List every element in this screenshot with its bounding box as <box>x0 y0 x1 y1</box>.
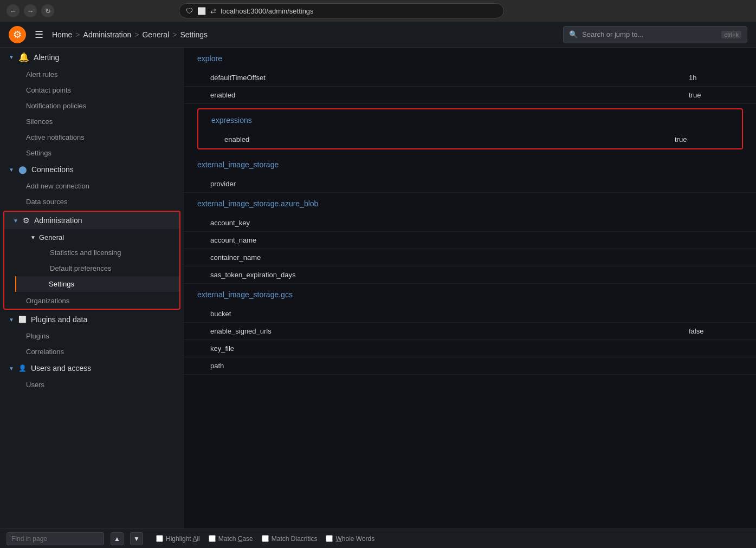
sidebar-item-active-notifications[interactable]: Active notifications <box>0 129 184 145</box>
sidebar-section-plugins-and-data[interactable]: ▼ ⬜ Plugins and data <box>0 311 184 328</box>
connections-items: Add new connection Data sources <box>0 178 184 210</box>
find-prev-button[interactable]: ▲ <box>111 532 124 545</box>
content-area: explore defaultTimeOffset 1h enabled tru… <box>184 48 756 529</box>
row-expressions-enabled: enabled true <box>198 131 742 148</box>
administration-icon: ⚙ <box>23 216 30 225</box>
breadcrumb-general[interactable]: General <box>142 30 169 39</box>
sidebar-section-alerting[interactable]: ▼ 🔔 Alerting <box>0 48 184 67</box>
sidebar-item-alerting-settings[interactable]: Settings <box>0 145 184 161</box>
sidebar-section-users-and-access[interactable]: ▼ 👤 Users and access <box>0 360 184 377</box>
general-subsection: ▼ General Statistics and licensing Defau… <box>4 229 179 293</box>
key-bucket: bucket <box>210 310 689 318</box>
match-diacritics-label: Match Diacritics <box>272 535 318 543</box>
sidebar-item-add-new-connection[interactable]: Add new connection <box>0 178 184 194</box>
sidebar-item-silences[interactable]: Silences <box>0 114 184 129</box>
sidebar-item-alert-rules[interactable]: Alert rules <box>0 67 184 82</box>
back-button[interactable]: ← <box>7 4 20 17</box>
key-enable-signed-urls: enable_signed_urls <box>210 327 689 335</box>
default-preferences-label: Default preferences <box>50 264 111 272</box>
match-case-label: Match Case <box>218 535 253 543</box>
plugins-items: Plugins Correlations <box>0 328 184 360</box>
url-text: localhost:3000/admin/settings <box>221 7 313 15</box>
key-explore-enabled: enabled <box>210 91 689 99</box>
topbar: ⚙ ☰ Home > Administration > General > Se… <box>0 22 756 48</box>
section-explore-header[interactable]: explore <box>184 48 756 69</box>
general-chevron: ▼ <box>30 234 36 240</box>
whole-words-option[interactable]: Whole Words <box>326 535 374 543</box>
breadcrumb-home[interactable]: Home <box>52 30 72 39</box>
app-logo[interactable]: ⚙ <box>9 26 26 43</box>
section-azure-blob-header[interactable]: external_image_storage.azure_blob <box>184 193 756 214</box>
row-bucket: bucket <box>184 305 756 323</box>
section-gcs-header[interactable]: external_image_storage.gcs <box>184 284 756 305</box>
match-diacritics-option[interactable]: Match Diacritics <box>262 535 318 543</box>
breadcrumb-administration[interactable]: Administration <box>83 30 132 39</box>
sidebar-item-notification-policies[interactable]: Notification policies <box>0 98 184 114</box>
key-account-name: account_name <box>210 236 689 244</box>
find-next-button[interactable]: ▼ <box>130 532 143 545</box>
users-and-access-label: Users and access <box>31 364 91 373</box>
row-container-name: container_name <box>184 249 756 266</box>
sidebar-item-statistics[interactable]: Statistics and licensing <box>15 245 179 260</box>
contact-points-label: Contact points <box>26 86 71 94</box>
silences-label: Silences <box>26 118 53 126</box>
users-chevron: ▼ <box>9 366 14 371</box>
sidebar-item-organizations[interactable]: Organizations <box>4 293 179 309</box>
section-external-image-storage-header[interactable]: external_image_storage <box>184 154 756 175</box>
highlight-all-option[interactable]: Highlight All <box>156 535 200 543</box>
connections-chevron: ▼ <box>9 167 14 173</box>
value-explore-enabled: true <box>689 91 743 99</box>
key-sas-token: sas_token_expiration_days <box>210 271 689 279</box>
sidebar-item-settings-active[interactable]: Settings <box>15 276 179 292</box>
sidebar-item-general[interactable]: ▼ General <box>15 230 179 245</box>
address-bar[interactable]: 🛡 ⬜ ⇄ localhost:3000/admin/settings <box>179 3 504 18</box>
settings-table: explore defaultTimeOffset 1h enabled tru… <box>184 48 756 375</box>
section-expressions-header[interactable]: expressions <box>198 109 742 131</box>
key-defaulttimeoffset: defaultTimeOffset <box>210 74 689 82</box>
match-case-checkbox[interactable] <box>209 535 216 542</box>
reload-button[interactable]: ↻ <box>41 4 54 17</box>
users-icon: 👤 <box>18 364 27 372</box>
forward-button[interactable]: → <box>24 4 37 17</box>
search-shortcut: ctrl+k <box>721 31 741 38</box>
sidebar-item-users[interactable]: Users <box>0 377 184 393</box>
find-input[interactable] <box>7 532 104 545</box>
sidebar-item-data-sources[interactable]: Data sources <box>0 194 184 210</box>
breadcrumb-sep2: > <box>134 30 139 39</box>
key-expressions-enabled: enabled <box>224 135 675 143</box>
row-path: path <box>184 357 756 375</box>
section-external-image-storage: external_image_storage provider <box>184 154 756 193</box>
sidebar-section-administration[interactable]: ▼ ⚙ Administration <box>4 212 179 229</box>
hamburger-menu[interactable]: ☰ <box>33 27 46 43</box>
key-account-key: account_key <box>210 219 689 227</box>
shield-icon: 🛡 <box>186 7 193 15</box>
key-key-file: key_file <box>210 344 689 353</box>
match-case-option[interactable]: Match Case <box>209 535 253 543</box>
sidebar-item-correlations[interactable]: Correlations <box>0 344 184 360</box>
split-icon: ⇄ <box>210 7 216 15</box>
section-azure-blob: external_image_storage.azure_blob accoun… <box>184 193 756 284</box>
main-layout: ▼ 🔔 Alerting Alert rules Contact points … <box>0 48 756 529</box>
administration-group: ▼ ⚙ Administration ▼ General Statistics … <box>3 211 180 310</box>
breadcrumb-settings: Settings <box>180 30 208 39</box>
sidebar-section-connections[interactable]: ▼ ⬤ Connections <box>0 161 184 178</box>
general-items: Statistics and licensing Default prefere… <box>15 245 179 292</box>
sidebar-item-contact-points[interactable]: Contact points <box>0 82 184 98</box>
row-key-file: key_file <box>184 340 756 357</box>
connections-label: Connections <box>31 165 74 174</box>
bottom-bar: ▲ ▼ Highlight All Match Case Match Diacr… <box>0 529 756 548</box>
row-enable-signed-urls: enable_signed_urls false <box>184 323 756 340</box>
sidebar-item-plugins[interactable]: Plugins <box>0 328 184 344</box>
plugins-and-data-label: Plugins and data <box>31 315 87 324</box>
value-defaulttimeoffset: 1h <box>689 74 743 82</box>
alerting-label: Alerting <box>34 53 59 62</box>
topbar-search[interactable]: 🔍 Search or jump to... ctrl+k <box>563 26 747 43</box>
connections-icon: ⬤ <box>18 165 27 174</box>
highlight-all-checkbox[interactable] <box>156 535 163 542</box>
sidebar-item-default-preferences[interactable]: Default preferences <box>15 260 179 276</box>
match-diacritics-checkbox[interactable] <box>262 535 269 542</box>
statistics-label: Statistics and licensing <box>50 249 121 257</box>
whole-words-checkbox[interactable] <box>326 535 333 542</box>
find-options: Highlight All Match Case Match Diacritic… <box>156 535 374 543</box>
alerting-items: Alert rules Contact points Notification … <box>0 67 184 161</box>
